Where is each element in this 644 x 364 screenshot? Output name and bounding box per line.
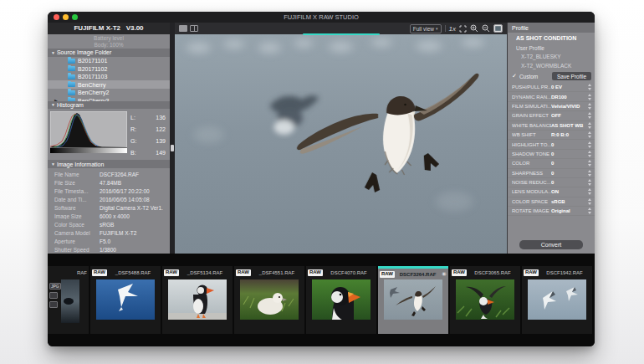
- folder-item[interactable]: B20171101: [48, 57, 170, 65]
- toolbar-separator: [445, 25, 446, 32]
- histogram-plot: [50, 111, 127, 153]
- stepper-icon[interactable]: [588, 112, 592, 119]
- folder-icon: [68, 82, 75, 87]
- thumbnail-filename: _DSF5488.RAF: [107, 270, 159, 275]
- profile-panel-title: Profile: [508, 23, 595, 33]
- folder-icon: [68, 74, 75, 79]
- setting-row[interactable]: ROTATE IMAGEOriginal: [508, 207, 595, 216]
- thumbnail[interactable]: RAWDSCF4070.RAF: [306, 266, 376, 334]
- info-row: Shutter Speed1/3800: [48, 245, 170, 254]
- stepper-icon[interactable]: [588, 84, 592, 90]
- folder-item[interactable]: B20171102: [48, 64, 170, 73]
- thumbnail-filename: DSCF3065.RAF: [467, 270, 519, 275]
- thumbnail[interactable]: RAWDSCF1942.RAF: [522, 266, 592, 334]
- raw-badge: RAW: [236, 269, 251, 276]
- close-window-icon[interactable]: [54, 14, 59, 20]
- view-mode-dropdown[interactable]: Full view ▾: [410, 24, 442, 33]
- custom-checkbox[interactable]: ✓: [512, 73, 517, 79]
- minimize-window-icon[interactable]: [63, 14, 69, 20]
- thumbnail-selected[interactable]: RAW DSCF3264.RAF ✳: [378, 266, 448, 334]
- setting-row[interactable]: SHADOW TONE0: [508, 150, 595, 159]
- stepper-icon[interactable]: [588, 188, 592, 195]
- thumbnail[interactable]: RAW_DSF5488.RAF: [90, 266, 161, 334]
- raw-badge: RAW: [92, 269, 107, 276]
- raw-badge: RAW: [308, 269, 323, 276]
- setting-row[interactable]: NOISE REDUC...0: [508, 178, 595, 187]
- thumbnail-image: [240, 279, 299, 320]
- folder-item[interactable]: BenCherry2: [48, 89, 170, 97]
- stepper-icon[interactable]: [588, 198, 592, 205]
- selected-indicator-bar: [378, 266, 448, 269]
- thumbnail-filename: DSCF1942.RAF: [539, 270, 590, 275]
- window-controls: [54, 14, 78, 20]
- profile-item[interactable]: X-T2_WORMBLACK: [508, 61, 595, 70]
- stepper-icon[interactable]: [588, 94, 592, 100]
- thumbnail[interactable]: RAW_DSF5134.RAF: [162, 266, 233, 334]
- info-row: Color SpacesRGB: [48, 220, 170, 228]
- stepper-icon[interactable]: [588, 103, 592, 110]
- stepper-icon[interactable]: [588, 151, 592, 157]
- camera-model-title: FUJIFILM X-T2 V3.00: [48, 23, 170, 34]
- info-row: Date and Ti...2016/06/05 14:05:08: [48, 195, 170, 203]
- raw-badge: RAW: [524, 269, 539, 276]
- stepper-icon[interactable]: [588, 122, 592, 129]
- setting-row[interactable]: GRAIN EFFECTOFF: [508, 111, 595, 120]
- profile-item[interactable]: X-T2_BLUESKY: [508, 52, 595, 61]
- maximize-window-icon[interactable]: [72, 14, 78, 20]
- setting-row[interactable]: COLOR0: [508, 159, 595, 168]
- setting-row[interactable]: SHARPNESS0: [508, 169, 595, 178]
- main-photo[interactable]: [175, 34, 507, 254]
- zoom-in-icon[interactable]: [470, 24, 478, 33]
- thumbnail-filename: DSCF4070.RAF: [323, 270, 375, 275]
- compare-original-icon[interactable]: [493, 24, 503, 33]
- setting-row[interactable]: PUSH/PULL PR...0 EV: [508, 83, 595, 92]
- setting-row[interactable]: HIGHLIGHT TO...0: [508, 140, 595, 149]
- image-viewer: Full view ▾ 1x: [175, 23, 507, 254]
- window-title: FUJIFILM X RAW STUDIO: [48, 12, 595, 23]
- battery-label: Battery level: [48, 35, 170, 42]
- setting-row[interactable]: COLOR SPACEsRGB: [508, 197, 595, 207]
- divider-handle-icon[interactable]: [171, 145, 174, 151]
- zoom-100-button[interactable]: 1x: [449, 25, 456, 33]
- thumbnail-partial[interactable]: RAF JPG: [48, 266, 89, 334]
- info-row: File Timesta...2016/06/17 20:22:00: [48, 187, 170, 195]
- app-window: FUJIFILM X RAW STUDIO FUJIFILM X-T2 V3.0…: [48, 12, 595, 346]
- thumbnail-image: [456, 279, 514, 320]
- stepper-icon[interactable]: [588, 160, 592, 167]
- zoom-out-icon[interactable]: [482, 24, 490, 33]
- section-header-source-folder[interactable]: ▼ Source Image Folder: [48, 49, 170, 57]
- setting-row[interactable]: WB SHIFTR:0 B:0: [508, 131, 595, 140]
- stepper-icon[interactable]: [588, 179, 592, 186]
- single-view-icon[interactable]: [179, 25, 187, 32]
- section-header-histogram[interactable]: ▼ Histogram: [48, 101, 170, 110]
- setting-row[interactable]: WHITE BALANCEAS SHOT WB: [508, 121, 595, 131]
- save-profile-button[interactable]: Save Profile: [552, 72, 591, 80]
- section-header-image-information[interactable]: ▼ Image Information: [48, 160, 170, 168]
- info-row: SoftwareDigital Camera X-T2 Ver1.: [48, 203, 170, 212]
- stepper-icon[interactable]: [588, 208, 592, 214]
- fit-screen-icon[interactable]: [459, 25, 467, 33]
- battery-value: Body: 100%: [48, 42, 170, 49]
- thumbnail[interactable]: RAW_DSF4551.RAF: [234, 266, 304, 334]
- convert-button[interactable]: Convert: [519, 240, 583, 249]
- thumbnail-image: [96, 279, 155, 320]
- folder-item-selected[interactable]: BenCherry: [48, 80, 170, 89]
- setting-row[interactable]: FILM SIMULATI...Velvia/VIVID: [508, 102, 595, 111]
- as-shot-condition: AS SHOT CONDITION: [508, 33, 595, 44]
- folder-icon: [68, 66, 75, 71]
- setting-row[interactable]: DYNAMIC RAN...DR100: [508, 92, 595, 101]
- view-mode-label: Full view: [413, 26, 434, 32]
- split-view-icon[interactable]: [190, 25, 198, 32]
- setting-row[interactable]: LENS MODULA...ON: [508, 187, 595, 197]
- thumbnail-image: [312, 279, 371, 320]
- info-row: File Size47.84MB: [48, 178, 170, 187]
- info-row: ApertureF5.0: [48, 237, 170, 245]
- thumbnail[interactable]: RAWDSCF3065.RAF: [450, 266, 520, 334]
- folder-name: BenCherry: [78, 82, 105, 88]
- stepper-icon[interactable]: [588, 131, 592, 138]
- thumbnail-image: [61, 279, 79, 323]
- stepper-icon[interactable]: [588, 141, 592, 148]
- stepper-icon[interactable]: [588, 170, 592, 177]
- folder-item[interactable]: B20171103: [48, 73, 170, 81]
- chevron-down-icon: ▾: [436, 27, 438, 31]
